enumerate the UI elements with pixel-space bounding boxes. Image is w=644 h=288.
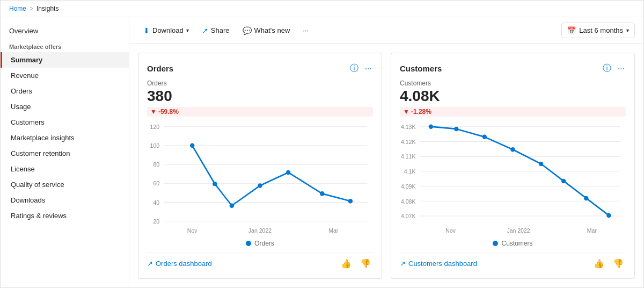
- customers-chart-legend: Customers: [400, 240, 626, 247]
- customers-chart: 4.13K 4.12K 4.11K 4.1K 4.09K 4.08K 4.07K: [400, 121, 626, 235]
- svg-text:60: 60: [153, 180, 159, 186]
- customers-metric-change: ▼ -1.28%: [400, 107, 626, 117]
- download-icon: ⬇: [143, 26, 150, 35]
- sidebar: Overview Marketplace offers Summary Reve…: [1, 17, 129, 287]
- customers-legend-label: Customers: [501, 240, 532, 247]
- customers-card-header: Customers ⓘ ···: [400, 62, 626, 75]
- orders-feedback-buttons: 👍 👎: [339, 257, 373, 270]
- download-chevron-icon: ▾: [186, 27, 189, 33]
- customers-dashboard-link-icon: ↗: [400, 260, 406, 268]
- breadcrumb-home[interactable]: Home: [9, 5, 26, 12]
- svg-point-21: [348, 199, 353, 204]
- orders-change-arrow-icon: ▼: [150, 108, 157, 116]
- sidebar-item-customers[interactable]: Customers: [1, 114, 129, 130]
- sidebar-item-marketplace-insights[interactable]: Marketplace insights: [1, 130, 129, 146]
- orders-metric-value: 380: [147, 88, 373, 105]
- customers-thumbs-down-button[interactable]: 👎: [611, 257, 626, 270]
- sidebar-item-ratings-reviews[interactable]: Ratings & reviews: [1, 208, 129, 224]
- customers-card-title: Customers: [400, 64, 442, 73]
- customers-feedback-buttons: 👍 👎: [591, 257, 626, 270]
- sidebar-item-overview[interactable]: Overview: [1, 24, 129, 38]
- customers-change-value: -1.28%: [411, 108, 431, 116]
- orders-dashboard-link[interactable]: ↗ Orders dashboard: [147, 260, 212, 268]
- customers-card-actions: ⓘ ···: [602, 62, 626, 75]
- sidebar-item-customer-retention[interactable]: Customer retention: [1, 146, 129, 161]
- svg-text:Nov: Nov: [445, 227, 456, 234]
- date-range-label: Last 6 months: [579, 26, 623, 34]
- sidebar-item-revenue[interactable]: Revenue: [1, 68, 129, 83]
- orders-metric-label: Orders: [147, 80, 373, 87]
- customers-chart-container: 4.13K 4.12K 4.11K 4.1K 4.09K 4.08K 4.07K: [400, 121, 626, 235]
- svg-point-20: [320, 191, 324, 196]
- svg-text:4.09K: 4.09K: [401, 183, 415, 190]
- svg-text:Mar: Mar: [328, 227, 339, 234]
- svg-text:120: 120: [150, 124, 160, 130]
- orders-card-header: Orders ⓘ ···: [147, 62, 373, 75]
- date-range-chevron-icon: ▾: [626, 27, 629, 33]
- customers-legend-dot: [493, 241, 498, 246]
- customers-dashboard-link-label: Customers dashboard: [408, 260, 477, 268]
- orders-more-button[interactable]: ···: [364, 63, 373, 75]
- more-button[interactable]: ···: [297, 23, 314, 38]
- sidebar-item-downloads[interactable]: Downloads: [1, 192, 129, 208]
- svg-text:4.07K: 4.07K: [401, 213, 415, 219]
- svg-point-41: [482, 134, 487, 139]
- content-area: ⬇ Download ▾ ↗ Share 💬 What's new ···: [129, 17, 643, 287]
- svg-text:4.11K: 4.11K: [401, 153, 415, 160]
- orders-thumbs-up-button[interactable]: 👍: [339, 257, 354, 270]
- orders-info-button[interactable]: ⓘ: [349, 62, 360, 75]
- svg-text:4.08K: 4.08K: [401, 198, 415, 204]
- customers-thumbs-up-button[interactable]: 👍: [591, 257, 606, 270]
- svg-text:Jan 2022: Jan 2022: [507, 227, 530, 234]
- share-button[interactable]: ↗ Share: [196, 23, 235, 38]
- svg-point-45: [584, 196, 588, 200]
- orders-card-footer: ↗ Orders dashboard 👍 👎: [147, 253, 373, 270]
- svg-point-43: [539, 161, 543, 166]
- sidebar-item-quality-of-service[interactable]: Quality of service: [1, 177, 129, 192]
- customers-card: Customers ⓘ ··· Customers 4.08K ▼ -1.28%: [391, 53, 635, 279]
- svg-point-19: [286, 170, 290, 175]
- svg-point-18: [258, 183, 262, 188]
- customers-more-button[interactable]: ···: [617, 63, 626, 75]
- more-icon: ···: [303, 26, 309, 34]
- svg-point-15: [190, 143, 194, 148]
- svg-text:4.1K: 4.1K: [404, 168, 416, 175]
- customers-metric-label: Customers: [400, 80, 626, 87]
- svg-text:20: 20: [153, 218, 159, 225]
- orders-card-title: Orders: [147, 64, 173, 73]
- whats-new-label: What's new: [254, 26, 290, 34]
- orders-chart-legend: Orders: [147, 240, 373, 247]
- toolbar: ⬇ Download ▾ ↗ Share 💬 What's new ···: [129, 17, 643, 44]
- whats-new-icon: 💬: [243, 26, 252, 35]
- svg-text:4.13K: 4.13K: [401, 124, 415, 130]
- orders-dashboard-link-icon: ↗: [147, 260, 153, 268]
- customers-info-button[interactable]: ⓘ: [602, 62, 612, 75]
- sidebar-item-summary[interactable]: Summary: [1, 52, 129, 68]
- main-layout: Overview Marketplace offers Summary Reve…: [1, 17, 643, 287]
- customers-metric-value: 4.08K: [400, 88, 626, 105]
- breadcrumb-current: Insights: [36, 5, 58, 12]
- download-button[interactable]: ⬇ Download ▾: [138, 23, 194, 38]
- whats-new-button[interactable]: 💬 What's new: [237, 23, 296, 38]
- svg-text:Jan 2022: Jan 2022: [248, 227, 272, 234]
- svg-point-16: [213, 182, 217, 186]
- orders-thumbs-down-button[interactable]: 👎: [358, 257, 373, 270]
- date-range-button[interactable]: 📅 Last 6 months ▾: [561, 23, 635, 38]
- svg-text:4.12K: 4.12K: [401, 138, 415, 145]
- orders-card-actions: ⓘ ···: [349, 62, 373, 75]
- cards-area: Orders ⓘ ··· Orders 380 ▼ -59.8%: [129, 44, 643, 287]
- sidebar-item-orders[interactable]: Orders: [1, 83, 129, 99]
- svg-point-40: [454, 126, 458, 131]
- breadcrumb: Home > Insights: [1, 1, 643, 17]
- customers-card-footer: ↗ Customers dashboard 👍 👎: [400, 253, 626, 270]
- customers-dashboard-link[interactable]: ↗ Customers dashboard: [400, 260, 477, 268]
- svg-point-44: [561, 178, 566, 183]
- orders-chart-container: 120 100 80 60 40 20: [147, 121, 373, 235]
- sidebar-item-usage[interactable]: Usage: [1, 99, 129, 114]
- orders-legend-dot: [246, 241, 251, 246]
- sidebar-item-license[interactable]: License: [1, 161, 129, 177]
- orders-chart: 120 100 80 60 40 20: [147, 121, 373, 235]
- orders-metric-change: ▼ -59.8%: [147, 107, 373, 117]
- customers-change-arrow-icon: ▼: [403, 108, 409, 116]
- svg-text:80: 80: [153, 161, 159, 168]
